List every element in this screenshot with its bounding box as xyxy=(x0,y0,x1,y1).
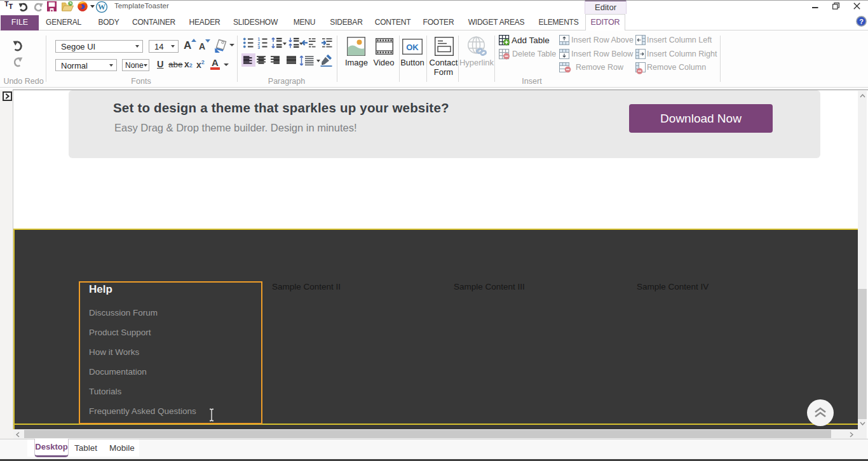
svg-text:OK: OK xyxy=(406,43,419,52)
svg-text:?: ? xyxy=(859,18,864,25)
svg-text:3: 3 xyxy=(258,45,261,49)
svg-text:W: W xyxy=(98,3,105,11)
